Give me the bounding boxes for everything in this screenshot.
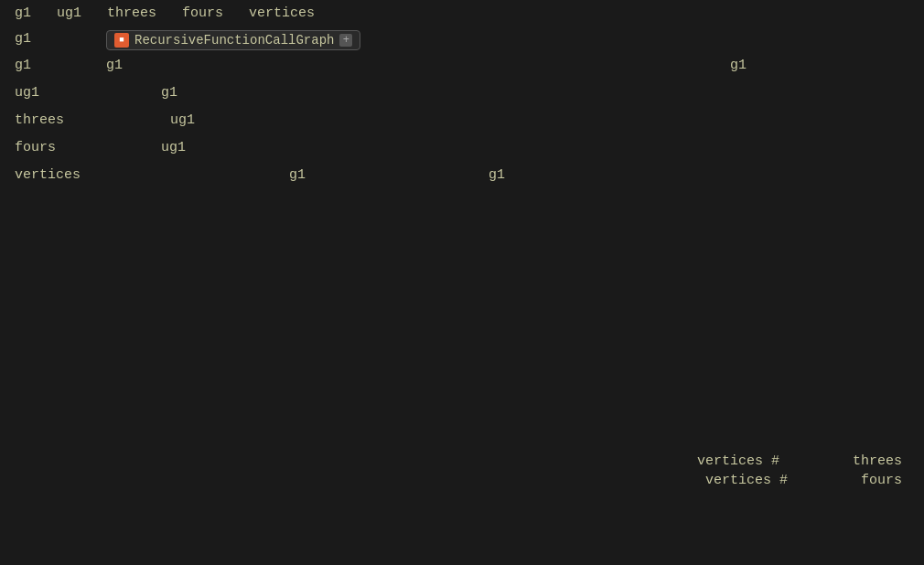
- bottom-row-2: vertices # fours: [15, 473, 909, 488]
- row-fours: fours ug1: [15, 140, 909, 165]
- value-g1-spread: g1 g1: [106, 58, 747, 73]
- topbar-item-ug1[interactable]: ug1: [57, 5, 81, 21]
- label-g1-spread: g1: [15, 58, 106, 73]
- vertices-g1-1: g1: [289, 167, 306, 183]
- badge-label: RecursiveFunctionCallGraph: [134, 33, 334, 48]
- label-ug1: ug1: [15, 85, 106, 101]
- value-vertices: g1 g1: [106, 167, 838, 183]
- value-ug1: g1: [106, 85, 909, 101]
- row-threes: threes ug1: [15, 112, 909, 138]
- main-content: g1 ■ RecursiveFunctionCallGraph + g1 g1 …: [0, 27, 924, 198]
- bottom-row2-left: vertices #: [705, 473, 788, 488]
- bottom-row2-right: fours: [861, 473, 902, 488]
- value-threes: ug1: [106, 112, 909, 128]
- bottom-row1-right: threes: [853, 453, 902, 469]
- badge-icon: ■: [114, 33, 129, 48]
- bottom-section: vertices # threes vertices # fours: [0, 453, 924, 492]
- topbar-item-threes[interactable]: threes: [107, 5, 156, 21]
- value-g1-badge: ■ RecursiveFunctionCallGraph +: [106, 30, 909, 50]
- bottom-row-1: vertices # threes: [15, 453, 909, 469]
- topbar-item-fours[interactable]: fours: [182, 5, 223, 21]
- vertices-g1-2: g1: [489, 167, 505, 183]
- g1-spread-val2: g1: [730, 58, 747, 73]
- top-bar: g1 ug1 threes fours vertices: [0, 0, 924, 27]
- row-g1-badge: g1 ■ RecursiveFunctionCallGraph +: [15, 30, 909, 56]
- label-vertices: vertices: [15, 167, 106, 183]
- function-badge[interactable]: ■ RecursiveFunctionCallGraph +: [106, 30, 360, 50]
- bottom-row1-left: vertices #: [697, 453, 779, 469]
- row-g1-spread: g1 g1 g1: [15, 58, 909, 83]
- fours-value: ug1: [161, 140, 186, 155]
- label-threes: threes: [15, 112, 106, 128]
- badge-plus-icon[interactable]: +: [339, 34, 352, 47]
- topbar-item-vertices[interactable]: vertices: [249, 5, 315, 21]
- row-ug1: ug1 g1: [15, 85, 909, 111]
- value-fours: ug1: [106, 140, 909, 155]
- ug1-value: g1: [161, 85, 177, 101]
- row-vertices: vertices g1 g1: [15, 167, 909, 193]
- threes-value: ug1: [170, 112, 195, 128]
- label-g1-badge: g1: [15, 31, 106, 47]
- topbar-item-g1[interactable]: g1: [15, 5, 31, 21]
- label-fours: fours: [15, 140, 106, 155]
- g1-spread-val1: g1: [106, 58, 123, 73]
